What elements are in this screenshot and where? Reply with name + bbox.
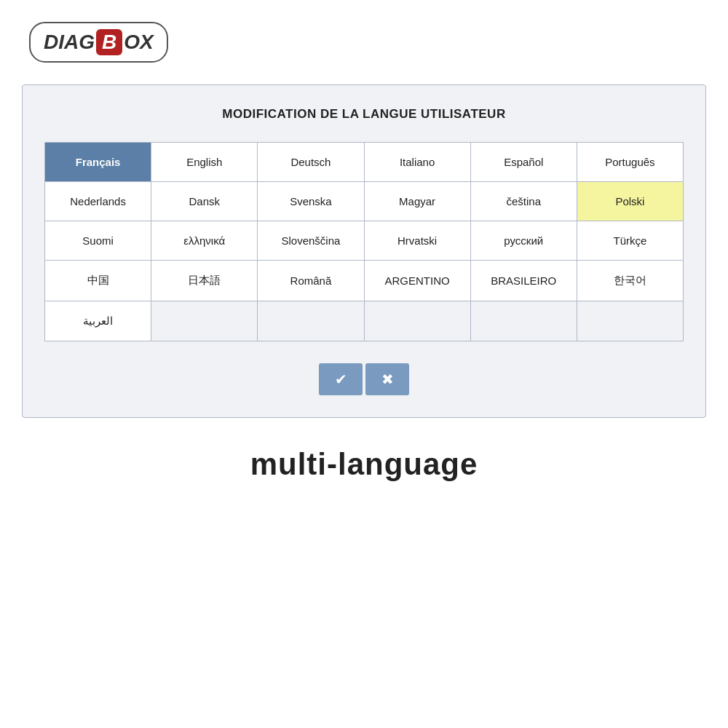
logo-b-letter: B <box>102 31 116 53</box>
lang-cell-empty <box>471 301 577 341</box>
lang-button-polski[interactable]: Polski <box>577 182 684 221</box>
diagbox-logo: D IAG B OX <box>29 22 168 63</box>
lang-cell-empty <box>365 301 471 341</box>
lang-button-magyar[interactable]: Magyar <box>365 182 471 221</box>
lang-button-portugu-s[interactable]: Português <box>577 143 684 182</box>
bottom-label: multi-language <box>250 447 478 482</box>
lang-button-english[interactable]: English <box>151 143 258 182</box>
logo-iag-letters: IAG <box>58 31 95 54</box>
lang-button-rom-n-[interactable]: Română <box>258 261 364 301</box>
confirm-button[interactable]: ✔ <box>319 363 363 395</box>
lang-button--------[interactable]: العربية <box>45 301 151 341</box>
lang-button---------[interactable]: ελληνικά <box>151 221 258 261</box>
lang-button-dansk[interactable]: Dansk <box>151 182 258 221</box>
logo-ox-letters: OX <box>124 31 153 54</box>
logo-area: D IAG B OX <box>0 0 728 77</box>
dialog-title: MODIFICATION DE LA LANGUE UTILISATEUR <box>44 107 684 122</box>
lang-button-italiano[interactable]: Italiano <box>365 143 471 182</box>
lang-button-svenska[interactable]: Svenska <box>258 182 364 221</box>
lang-button--------[interactable]: русский <box>471 221 577 261</box>
lang-button--e-tina[interactable]: čeština <box>471 182 577 221</box>
lang-button-espa-ol[interactable]: Español <box>471 143 577 182</box>
language-dialog: MODIFICATION DE LA LANGUE UTILISATEUR Fr… <box>22 84 706 418</box>
language-grid: FrançaisEnglishDeutschItalianoEspañolPor… <box>44 142 684 341</box>
lang-button-fran-ais[interactable]: Français <box>45 143 151 182</box>
cancel-button[interactable]: ✖ <box>365 363 409 395</box>
lang-button----[interactable]: 한국어 <box>577 261 684 301</box>
logo-d-letter: D <box>44 31 58 54</box>
action-row: ✔ ✖ <box>44 363 684 395</box>
lang-cell-empty <box>151 301 258 341</box>
lang-button----[interactable]: 日本語 <box>151 261 258 301</box>
lang-button-nederlands[interactable]: Nederlands <box>45 182 151 221</box>
lang-button-sloven--ina[interactable]: Slovenščina <box>258 221 364 261</box>
lang-button-t-rk-e[interactable]: Türkçe <box>577 221 684 261</box>
logo-b-box: B <box>96 29 122 55</box>
lang-cell-empty <box>258 301 364 341</box>
lang-button---[interactable]: 中国 <box>45 261 151 301</box>
lang-cell-empty <box>577 301 684 341</box>
lang-button-argentino[interactable]: ARGENTINO <box>365 261 471 301</box>
lang-button-deutsch[interactable]: Deutsch <box>258 143 364 182</box>
lang-button-hrvatski[interactable]: Hrvatski <box>365 221 471 261</box>
lang-button-suomi[interactable]: Suomi <box>45 221 151 261</box>
lang-button-brasileiro[interactable]: BRASILEIRO <box>471 261 577 301</box>
